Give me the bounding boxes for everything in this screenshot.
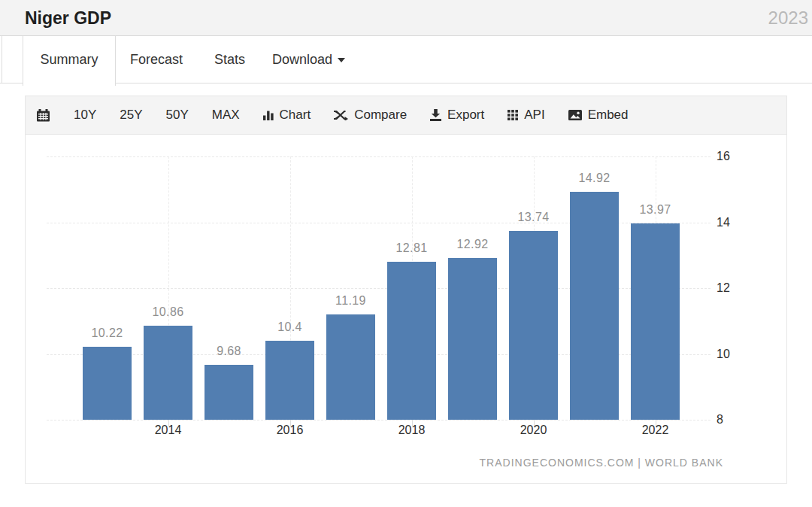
tab-forecast[interactable]: Forecast xyxy=(130,36,183,83)
api-label: API xyxy=(524,108,544,123)
export-button[interactable]: Export xyxy=(430,108,484,123)
range-25y-label: 25Y xyxy=(120,108,142,123)
tab-summary-label: Summary xyxy=(40,52,98,67)
latest-year-badge: 2023 xyxy=(768,8,808,29)
compare-label: Compare xyxy=(354,108,407,123)
bar-2018[interactable] xyxy=(387,262,436,420)
bar-2016[interactable] xyxy=(265,341,314,420)
page-header: Niger GDP 2023 xyxy=(0,0,812,36)
tab-download-label: Download xyxy=(272,52,332,67)
api-button[interactable]: API xyxy=(508,108,544,123)
x-axis-label: 2016 xyxy=(256,424,324,437)
chart-toolbar: 10Y 25Y 50Y MAX Chart xyxy=(26,96,786,135)
bar-2020[interactable] xyxy=(509,231,558,420)
bar-value-label: 10.4 xyxy=(256,320,324,334)
bar-2014[interactable] xyxy=(144,326,192,420)
y-axis-label: 16 xyxy=(717,150,730,163)
range-max-label: MAX xyxy=(212,108,240,123)
x-axis-label: 2014 xyxy=(135,424,202,437)
bar-2021[interactable] xyxy=(570,192,619,420)
bar-2015[interactable] xyxy=(205,365,253,420)
grid-icon xyxy=(508,110,518,120)
bar-value-label: 12.81 xyxy=(378,241,446,255)
y-axis-label: 12 xyxy=(717,281,730,295)
tab-summary[interactable]: Summary xyxy=(23,36,116,86)
bar-value-label: 11.19 xyxy=(317,294,385,308)
embed-button[interactable]: Embed xyxy=(568,108,629,123)
calendar-button[interactable] xyxy=(36,109,50,122)
bar-value-label: 9.68 xyxy=(195,345,263,358)
export-label: Export xyxy=(447,108,484,123)
chevron-down-icon xyxy=(338,58,345,62)
calendar-icon xyxy=(36,109,50,122)
tab-bar: Summary Forecast Stats Download xyxy=(0,36,812,83)
bar-value-label: 13.74 xyxy=(500,211,568,224)
image-icon xyxy=(568,110,582,120)
embed-label: Embed xyxy=(588,108,629,123)
tab-stats[interactable]: Stats xyxy=(214,36,245,83)
y-axis-label: 8 xyxy=(717,413,723,427)
bar-2019[interactable] xyxy=(448,258,497,420)
bar-value-label: 12.92 xyxy=(439,238,507,251)
x-axis-label: 2018 xyxy=(378,424,446,437)
bar-value-label: 13.97 xyxy=(622,203,689,217)
range-25y-button[interactable]: 25Y xyxy=(120,108,142,123)
range-max-button[interactable]: MAX xyxy=(212,108,240,123)
range-50y-label: 50Y xyxy=(166,108,189,123)
bar-chart-icon xyxy=(263,110,274,120)
shuffle-icon xyxy=(334,110,348,120)
page-title: Niger GDP xyxy=(25,8,111,29)
bar-value-label: 10.86 xyxy=(135,305,202,319)
bar-value-label: 10.22 xyxy=(74,326,141,340)
tab-stats-label: Stats xyxy=(214,52,245,67)
chart-type-label: Chart xyxy=(280,108,311,123)
x-axis-label: 2022 xyxy=(622,424,689,437)
chart-card: 10Y 25Y 50Y MAX Chart xyxy=(25,96,787,484)
range-50y-button[interactable]: 50Y xyxy=(166,108,189,123)
compare-button[interactable]: Compare xyxy=(334,108,407,123)
x-axis-label: 2020 xyxy=(500,424,568,437)
chart-type-button[interactable]: Chart xyxy=(263,108,311,123)
tab-download[interactable]: Download xyxy=(272,36,345,83)
gridline-y-8 xyxy=(47,420,710,420)
download-icon xyxy=(430,109,441,121)
tab-forecast-label: Forecast xyxy=(130,52,183,67)
chart-source-watermark: TRADINGECONOMICS.COM | WORLD BANK xyxy=(480,457,723,469)
bar-2017[interactable] xyxy=(326,314,375,420)
tab-bar-left-edge xyxy=(2,36,2,83)
bar-2022[interactable] xyxy=(631,223,680,420)
bar-2013[interactable] xyxy=(83,347,132,420)
bar-value-label: 14.92 xyxy=(561,172,629,185)
y-axis-label: 14 xyxy=(717,216,730,229)
gridline-y-16 xyxy=(47,156,710,157)
chart-plot-area: TRADINGECONOMICS.COM | WORLD BANK 810121… xyxy=(26,135,786,483)
range-10y-label: 10Y xyxy=(74,108,96,123)
range-10y-button[interactable]: 10Y xyxy=(74,108,96,123)
y-axis-label: 10 xyxy=(717,348,730,361)
